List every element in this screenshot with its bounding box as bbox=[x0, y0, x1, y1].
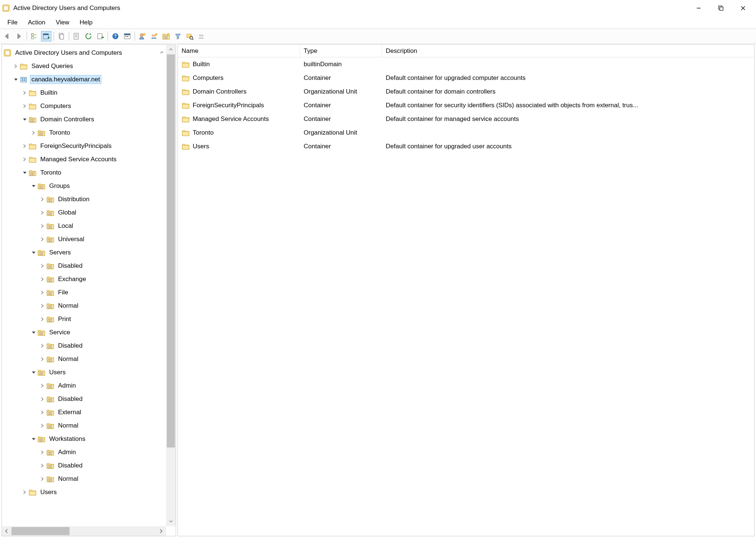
properties-window-button[interactable] bbox=[41, 31, 51, 41]
expand-toggle-icon[interactable] bbox=[30, 329, 37, 336]
expand-toggle-icon[interactable] bbox=[30, 129, 37, 136]
menu-action[interactable]: Action bbox=[23, 17, 50, 28]
list-row[interactable]: ForeignSecurityPrincipalsContainerDefaul… bbox=[178, 98, 754, 112]
tree-node-dc-toronto[interactable]: Toronto bbox=[2, 126, 176, 139]
expand-toggle-icon[interactable] bbox=[39, 475, 46, 483]
expand-toggle-icon[interactable] bbox=[39, 315, 46, 323]
tree-node-w-dis[interactable]: Disabled bbox=[2, 459, 176, 472]
tree-node-s-norm[interactable]: Normal bbox=[2, 299, 176, 313]
tree-horizontal-scrollbar[interactable] bbox=[2, 526, 166, 536]
filter-button[interactable] bbox=[173, 31, 183, 41]
tree-node-s-exch[interactable]: Exchange bbox=[2, 273, 176, 286]
large-icons-button[interactable] bbox=[122, 31, 132, 41]
expand-toggle-icon[interactable] bbox=[39, 302, 46, 310]
expand-toggle-icon[interactable] bbox=[39, 462, 46, 469]
expand-toggle-icon[interactable] bbox=[21, 102, 28, 110]
list-row[interactable]: TorontoOrganizational Unit bbox=[178, 126, 754, 139]
tree-node-g-univ[interactable]: Universal bbox=[2, 233, 176, 246]
tree-scroll-down-button[interactable] bbox=[166, 517, 176, 526]
tree-node-u-admin[interactable]: Admin bbox=[2, 379, 176, 392]
tree-node-s-file[interactable]: File bbox=[2, 286, 176, 299]
export-list-button[interactable] bbox=[95, 31, 105, 41]
close-button[interactable] bbox=[732, 1, 754, 16]
nav-back-button[interactable] bbox=[2, 31, 13, 41]
expand-toggle-icon[interactable] bbox=[21, 489, 28, 496]
nav-forward-button[interactable] bbox=[14, 31, 24, 41]
copy-button[interactable] bbox=[56, 31, 67, 41]
expand-toggle-icon[interactable] bbox=[39, 196, 46, 203]
tree-vertical-scrollbar[interactable] bbox=[166, 45, 176, 526]
help-button[interactable] bbox=[110, 31, 121, 41]
expand-toggle-icon[interactable] bbox=[30, 435, 37, 443]
tree-node-users-ou[interactable]: Users bbox=[2, 366, 176, 379]
expand-toggle-icon[interactable] bbox=[39, 236, 46, 243]
column-header-name[interactable]: Name bbox=[178, 45, 300, 57]
expand-toggle-icon[interactable] bbox=[39, 222, 46, 230]
menu-file[interactable]: File bbox=[3, 17, 22, 28]
list-row[interactable]: BuiltinbuiltinDomain bbox=[178, 57, 754, 71]
tree-node-users-cn[interactable]: Users bbox=[2, 486, 176, 499]
tree-node-g-global[interactable]: Global bbox=[2, 206, 176, 219]
expand-toggle-icon[interactable] bbox=[21, 89, 28, 97]
minimize-button[interactable] bbox=[688, 1, 709, 16]
expand-toggle-icon[interactable] bbox=[39, 209, 46, 216]
tree-node-u-ext[interactable]: External bbox=[2, 406, 176, 419]
expand-toggle-icon[interactable] bbox=[21, 169, 28, 176]
tree-scroll-up-button[interactable] bbox=[166, 45, 176, 54]
tree-node-u-dis[interactable]: Disabled bbox=[2, 392, 176, 406]
tree-scroll-thumb-x[interactable] bbox=[11, 527, 70, 535]
tree-node-service[interactable]: Service bbox=[2, 326, 176, 339]
tree-node-fsp[interactable]: ForeignSecurityPrincipals bbox=[2, 139, 176, 153]
tree-node-u-norm[interactable]: Normal bbox=[2, 419, 176, 432]
tree-node-groups[interactable]: Groups bbox=[2, 179, 176, 193]
expand-toggle-icon[interactable] bbox=[39, 449, 46, 456]
tree-node-servers[interactable]: Servers bbox=[2, 246, 176, 259]
tree-node-computers[interactable]: Computers bbox=[2, 99, 176, 113]
tree-node-dc[interactable]: Domain Controllers bbox=[2, 113, 176, 126]
tree-node-w-norm[interactable]: Normal bbox=[2, 472, 176, 486]
tree-node-w-admin[interactable]: Admin bbox=[2, 446, 176, 459]
menu-view[interactable]: View bbox=[51, 17, 74, 28]
tree-node-msa[interactable]: Managed Service Accounts bbox=[2, 153, 176, 166]
list-row[interactable]: UsersContainerDefault container for upgr… bbox=[178, 139, 754, 153]
expand-toggle-icon[interactable] bbox=[30, 369, 37, 376]
expand-toggle-icon[interactable] bbox=[12, 76, 20, 83]
maximize-button[interactable] bbox=[710, 1, 732, 16]
expand-toggle-icon[interactable] bbox=[39, 355, 46, 363]
expand-toggle-icon[interactable] bbox=[30, 182, 37, 190]
tree-node-g-local[interactable]: Local bbox=[2, 219, 176, 233]
tree-node-builtin[interactable]: Builtin bbox=[2, 86, 176, 99]
expand-toggle-icon[interactable] bbox=[39, 409, 46, 416]
expand-toggle-icon[interactable] bbox=[30, 249, 37, 256]
tree-node-s-print[interactable]: Print bbox=[2, 313, 176, 326]
tree-node-s-dis[interactable]: Disabled bbox=[2, 259, 176, 273]
expand-toggle-icon[interactable] bbox=[39, 395, 46, 403]
expand-toggle-icon[interactable] bbox=[21, 142, 28, 150]
expand-toggle-icon[interactable] bbox=[39, 276, 46, 283]
expand-toggle-icon[interactable] bbox=[39, 382, 46, 389]
tree-node-toronto[interactable]: Toronto bbox=[2, 166, 176, 179]
column-header-type[interactable]: Type bbox=[300, 45, 382, 57]
refresh-button[interactable] bbox=[83, 31, 94, 41]
menu-help[interactable]: Help bbox=[75, 17, 97, 28]
new-user-button[interactable] bbox=[137, 31, 148, 41]
tree-scroll-thumb-y[interactable] bbox=[167, 54, 175, 448]
new-ou-button[interactable] bbox=[161, 31, 171, 41]
expand-toggle-icon[interactable] bbox=[39, 262, 46, 270]
list-row[interactable]: Managed Service AccountsContainerDefault… bbox=[178, 112, 754, 126]
expand-toggle-icon[interactable] bbox=[39, 422, 46, 429]
tree-node-svc-dis[interactable]: Disabled bbox=[2, 339, 176, 352]
expand-toggle-icon[interactable] bbox=[21, 116, 28, 123]
tree-node-g-dist[interactable]: Distribution bbox=[2, 193, 176, 206]
show-hide-tree-button[interactable] bbox=[29, 31, 40, 41]
new-group-button[interactable] bbox=[149, 31, 159, 41]
tree-node-saved-queries[interactable]: Saved Queries bbox=[2, 60, 176, 73]
tree-scroll-right-button[interactable] bbox=[156, 526, 166, 536]
tree-node-svc-norm[interactable]: Normal bbox=[2, 352, 176, 366]
expand-toggle-icon[interactable] bbox=[39, 289, 46, 296]
tree-node-wkst[interactable]: Workstations bbox=[2, 432, 176, 446]
expand-toggle-icon[interactable] bbox=[21, 156, 28, 163]
expand-toggle-icon[interactable] bbox=[39, 342, 46, 349]
tree-root[interactable]: Active Directory Users and Computers bbox=[2, 46, 176, 60]
list-row[interactable]: Domain ControllersOrganizational UnitDef… bbox=[178, 85, 754, 98]
